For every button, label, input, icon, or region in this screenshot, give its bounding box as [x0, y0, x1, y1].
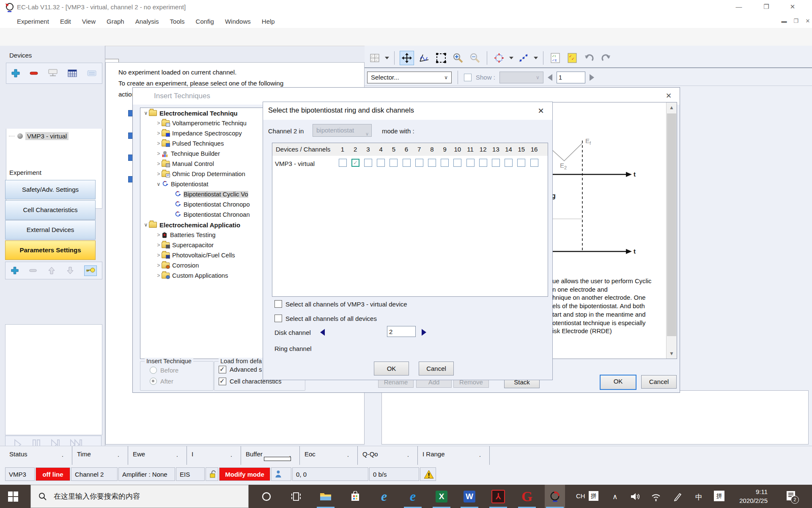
- data-points-icon[interactable]: [517, 51, 530, 65]
- add-technique-icon[interactable]: [11, 266, 19, 275]
- remove-device-icon[interactable]: [29, 71, 38, 75]
- task-view-icon[interactable]: [286, 485, 306, 508]
- chevron-right-icon[interactable]: >: [156, 252, 162, 258]
- channel-checkbox-12[interactable]: [479, 159, 487, 167]
- select-all-checkbox[interactable]: Select all channels of all devices: [274, 315, 377, 322]
- channel-checkbox-15[interactable]: [517, 159, 525, 167]
- device-tree-item[interactable]: VMP3 - virtual: [9, 132, 69, 140]
- chevron-right-icon[interactable]: >: [156, 151, 162, 157]
- modify-key-button[interactable]: [84, 265, 97, 276]
- channel-checkbox-1[interactable]: [339, 159, 347, 167]
- radio-after[interactable]: After: [150, 378, 173, 385]
- next-page-arrow[interactable]: [590, 74, 594, 81]
- menu-experiment[interactable]: Experiment: [17, 18, 49, 25]
- tree-item-electrochemical-techniqu[interactable]: ∨Electrochemical Techniqu: [140, 108, 266, 118]
- parameters-settings-button[interactable]: Parameters Settings: [5, 240, 96, 260]
- volume-icon[interactable]: [630, 492, 640, 501]
- channel-checkbox-14[interactable]: [505, 159, 513, 167]
- select-all-device-checkbox[interactable]: Select all channels of VMP3 - virtual de…: [274, 300, 407, 308]
- undo-icon[interactable]: [582, 51, 596, 65]
- channel-checkbox-11[interactable]: [466, 159, 475, 167]
- tray-language-label[interactable]: CH: [576, 492, 585, 500]
- channel-checkbox-13[interactable]: [492, 159, 500, 167]
- cortana-icon[interactable]: [256, 485, 277, 508]
- chevron-down-icon[interactable]: ∨: [156, 181, 162, 187]
- close-button[interactable]: ✕: [787, 3, 798, 11]
- insert-dialog-close-icon[interactable]: ✕: [664, 91, 674, 101]
- cell-characteristics-button[interactable]: Cell Characteristics: [5, 200, 96, 220]
- menu-graph[interactable]: Graph: [107, 18, 124, 25]
- rescale-dropdown-arrow[interactable]: [509, 57, 513, 59]
- zoom-out-icon[interactable]: [468, 51, 482, 65]
- insert-ok-button[interactable]: OK: [600, 375, 636, 390]
- zoom-axes-icon[interactable]: [417, 51, 431, 65]
- scroll-down-icon[interactable]: ▼: [667, 348, 677, 359]
- external-devices-button[interactable]: External Devices: [5, 220, 96, 240]
- tree-item-custom-applications[interactable]: >Custom Applications: [140, 271, 266, 281]
- disk-next-arrow[interactable]: [422, 329, 426, 336]
- tree-item-impedance-spectroscopy[interactable]: >Impedance Spectroscopy: [140, 128, 266, 138]
- menu-edit[interactable]: Edit: [60, 18, 71, 25]
- hidden-icons-chevron[interactable]: ∧: [612, 492, 617, 501]
- channel-cancel-button[interactable]: Cancel: [419, 362, 454, 375]
- tree-item-voltamperometric-techniqu[interactable]: >Voltamperometric Techniqu: [140, 118, 266, 128]
- channel-checkbox-16[interactable]: [530, 159, 538, 167]
- chevron-right-icon[interactable]: >: [156, 232, 162, 238]
- move-up-icon[interactable]: [47, 266, 56, 275]
- excel-icon[interactable]: X: [431, 485, 452, 508]
- page-number-input[interactable]: 1: [557, 72, 585, 83]
- ive-display-icon[interactable]: ✓I✓E: [549, 51, 562, 65]
- word-icon[interactable]: W: [459, 485, 480, 508]
- scrollbar-thumb[interactable]: [667, 113, 676, 336]
- maximize-button[interactable]: ❐: [761, 3, 771, 11]
- redo-icon[interactable]: [599, 51, 613, 65]
- chevron-right-icon[interactable]: >: [156, 120, 162, 126]
- checklist-icon[interactable]: ✓✓: [565, 51, 579, 65]
- tray-chinese-label[interactable]: 中: [695, 492, 702, 502]
- chevron-right-icon[interactable]: >: [156, 161, 162, 167]
- virtual-device-icon[interactable]: [86, 69, 97, 77]
- menu-tools[interactable]: Tools: [170, 18, 185, 25]
- menu-view[interactable]: View: [82, 18, 96, 25]
- insert-cancel-button[interactable]: Cancel: [641, 375, 677, 389]
- layout-dropdown-arrow[interactable]: [385, 57, 389, 59]
- radio-before[interactable]: Before: [150, 367, 178, 374]
- pen-icon[interactable]: [673, 492, 683, 501]
- tree-item-bipotentiostat[interactable]: ∨Bipotentiostat: [140, 179, 266, 189]
- remove-technique-icon[interactable]: [29, 269, 37, 272]
- move-down-icon[interactable]: [66, 266, 74, 275]
- chevron-down-icon[interactable]: ∨: [143, 222, 149, 228]
- disk-channel-input[interactable]: 2: [387, 326, 416, 337]
- channel-checkbox-8[interactable]: [428, 159, 436, 167]
- advanced-settings-checkbox[interactable]: Advanced s: [219, 366, 262, 373]
- tree-item-batteries-testing[interactable]: >Batteries Testing: [140, 230, 266, 240]
- tree-item-pulsed-techniques[interactable]: >Pulsed Techniques: [140, 138, 266, 149]
- channel-grid-icon[interactable]: [67, 69, 77, 77]
- tree-item-ohmic-drop-determination[interactable]: >iROhmic Drop Determination: [140, 169, 266, 179]
- channel-checkbox-10[interactable]: [453, 159, 461, 167]
- menu-config[interactable]: Config: [196, 18, 214, 25]
- ie-icon[interactable]: e: [374, 485, 394, 508]
- tree-item-bipotentiostat-chronoan[interactable]: Bipotentiostat Chronoan: [140, 210, 266, 220]
- tree-item-manual-control[interactable]: >Manual Control: [140, 159, 266, 169]
- tree-item-photovoltaic-fuel-cells[interactable]: >Photovoltaic/Fuel Cells: [140, 250, 266, 260]
- menu-help[interactable]: Help: [262, 18, 275, 25]
- selector-dropdown[interactable]: Selector... ∨: [367, 72, 452, 83]
- channel-checkbox-5[interactable]: [390, 159, 398, 167]
- rescale-icon[interactable]: [492, 51, 506, 65]
- chevron-right-icon[interactable]: >: [156, 141, 162, 146]
- chevron-right-icon[interactable]: >: [156, 130, 162, 136]
- chevron-right-icon[interactable]: >: [156, 273, 162, 279]
- tree-item-bipotentiostat-chronopo[interactable]: Bipotentiostat Chronopo: [140, 199, 266, 210]
- channel-checkbox-4[interactable]: [377, 159, 385, 167]
- acrobat-icon[interactable]: ⅄: [488, 485, 508, 508]
- minimize-button[interactable]: —: [734, 3, 744, 11]
- channel-checkbox-7[interactable]: [415, 159, 423, 167]
- channel-checkbox-9[interactable]: [441, 159, 449, 167]
- tray-pinyin-box-icon[interactable]: 拼: [714, 491, 724, 501]
- description-scrollbar[interactable]: ▲ ▼: [666, 102, 677, 359]
- channel-checkbox-3[interactable]: [364, 159, 372, 167]
- pan-tool-icon[interactable]: [400, 51, 414, 65]
- tree-item-bipotentiostat-cyclic-vo[interactable]: Bipotentiostat Cyclic Vo: [140, 189, 266, 199]
- mdi-restore-button[interactable]: ❐: [791, 17, 801, 25]
